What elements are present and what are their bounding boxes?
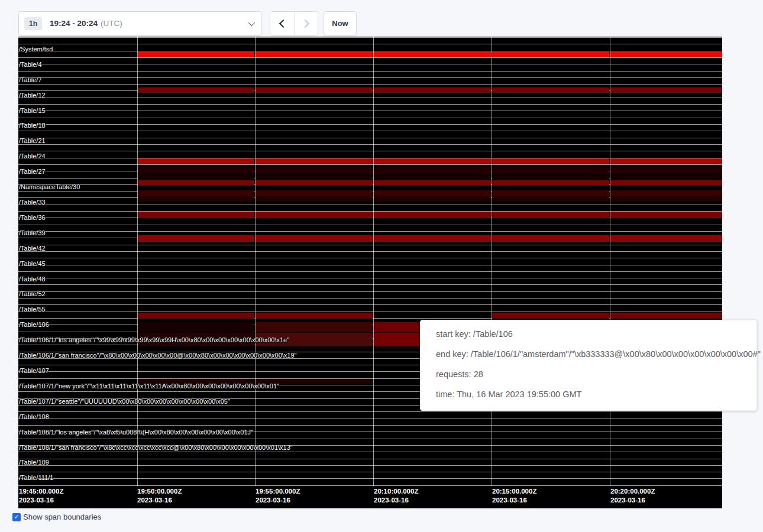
heat-band[interactable] — [374, 180, 491, 186]
heat-band[interactable] — [492, 87, 609, 93]
heat-band[interactable] — [256, 180, 373, 186]
heat-band[interactable] — [610, 87, 722, 93]
row-label: /Table/24 — [19, 153, 46, 160]
axis-time-label: 19:55:00.000Z2023-03-16 — [256, 487, 300, 505]
heat-band[interactable] — [138, 174, 254, 180]
heat-band[interactable] — [138, 235, 254, 242]
span-boundary-line — [18, 44, 722, 44]
row-label: /NamespaceTable/30 — [19, 183, 80, 190]
span-boundary-line — [18, 245, 722, 245]
chevron-down-icon — [248, 19, 255, 25]
span-boundary-line — [18, 284, 722, 285]
span-boundary-line — [18, 57, 722, 58]
heat-band[interactable] — [492, 167, 609, 174]
time-bucket-line — [610, 37, 610, 486]
heat-band[interactable] — [374, 190, 491, 196]
heat-band[interactable] — [256, 313, 373, 319]
heat-band[interactable] — [374, 174, 491, 180]
heat-band[interactable] — [256, 52, 373, 57]
heat-band[interactable] — [610, 174, 722, 180]
row-label: /Table/52 — [19, 290, 46, 297]
heat-band[interactable] — [138, 87, 254, 93]
prev-range-button[interactable] — [270, 12, 294, 35]
span-boundary-line — [18, 271, 722, 272]
heat-band[interactable] — [610, 196, 722, 202]
heat-band[interactable] — [492, 174, 609, 180]
row-label: /Table/109 — [19, 459, 49, 466]
heat-band[interactable] — [492, 212, 609, 218]
now-button[interactable]: Now — [324, 11, 357, 35]
span-boundary-line — [18, 84, 722, 85]
row-label: /Table/27 — [19, 168, 46, 175]
next-range-button[interactable] — [294, 12, 318, 35]
heat-band[interactable] — [374, 212, 491, 218]
heat-band[interactable] — [492, 196, 609, 202]
span-boundary-line — [18, 298, 722, 299]
time-bucket-line — [492, 37, 492, 486]
time-range-text: 19:24 - 20:24 — [50, 19, 98, 28]
span-boundary-line — [18, 278, 722, 278]
heat-band[interactable] — [256, 196, 373, 202]
heat-band[interactable] — [256, 167, 373, 174]
heat-band[interactable] — [492, 52, 609, 57]
tooltip-end-key: end key: /Table/106/1/"amsterdam"/"\xb33… — [436, 344, 756, 364]
heat-band[interactable] — [256, 190, 373, 196]
heat-band[interactable] — [610, 190, 722, 196]
span-boundary-line — [18, 258, 722, 258]
span-boundary-line — [18, 225, 722, 225]
key-visualizer-heatmap[interactable]: /System/tsd/Table/4/Table/7/Table/12/Tab… — [18, 37, 722, 508]
heat-band[interactable] — [492, 235, 609, 242]
heat-band[interactable] — [374, 52, 491, 57]
heat-band[interactable] — [492, 190, 609, 196]
heat-band[interactable] — [138, 313, 254, 319]
span-boundary-line — [18, 265, 722, 265]
heat-band[interactable] — [610, 313, 722, 319]
heat-band[interactable] — [492, 180, 609, 186]
row-label: /Table/7 — [19, 76, 42, 83]
heat-band[interactable] — [374, 167, 491, 174]
span-boundary-line — [18, 138, 722, 138]
heat-band[interactable] — [610, 167, 722, 174]
span-boundary-line — [18, 124, 722, 125]
axis-time-label: 19:45:00.000Z2023-03-16 — [19, 487, 63, 505]
heat-band[interactable] — [138, 212, 254, 218]
heat-band[interactable] — [256, 212, 373, 218]
row-label: /Table/108 — [19, 413, 49, 420]
span-boundary-line — [18, 472, 722, 472]
row-label: /Table/106/1/"los angeles"/"\x99\x99\x99… — [19, 336, 289, 343]
span-boundary-line — [18, 51, 722, 51]
heat-band[interactable] — [374, 196, 491, 202]
heat-band[interactable] — [138, 52, 254, 57]
heat-band[interactable] — [138, 196, 254, 202]
heat-band[interactable] — [374, 158, 491, 164]
heat-band[interactable] — [610, 180, 722, 186]
heat-band[interactable] — [374, 87, 491, 93]
heat-band[interactable] — [256, 174, 373, 180]
heat-band[interactable] — [256, 322, 373, 332]
heat-band[interactable] — [374, 235, 491, 242]
heat-band[interactable] — [138, 322, 254, 332]
heat-band[interactable] — [610, 235, 722, 242]
heat-band[interactable] — [138, 158, 254, 164]
heat-band[interactable] — [492, 313, 609, 319]
span-boundary-line — [18, 98, 722, 98]
heat-band[interactable] — [256, 87, 373, 93]
show-span-boundaries-checkbox[interactable]: ✓ — [12, 513, 21, 521]
row-label: /Table/39 — [19, 229, 46, 236]
span-boundary-line — [18, 164, 722, 165]
time-range-select[interactable]: 1h 19:24 - 20:24 (UTC) — [18, 11, 262, 35]
heat-band[interactable] — [610, 52, 722, 57]
span-boundary-line — [18, 37, 722, 38]
heat-band[interactable] — [610, 158, 722, 164]
heat-band[interactable] — [256, 158, 373, 164]
heat-band[interactable] — [138, 167, 254, 174]
chevron-left-icon — [279, 19, 287, 27]
heat-band[interactable] — [138, 190, 254, 196]
row-label: /Table/107 — [19, 367, 49, 374]
span-boundary-line — [18, 104, 722, 105]
heat-band[interactable] — [492, 158, 609, 164]
span-boundary-line — [18, 251, 722, 252]
heat-band[interactable] — [256, 235, 373, 242]
heat-band[interactable] — [138, 180, 254, 186]
heat-band[interactable] — [610, 212, 722, 218]
